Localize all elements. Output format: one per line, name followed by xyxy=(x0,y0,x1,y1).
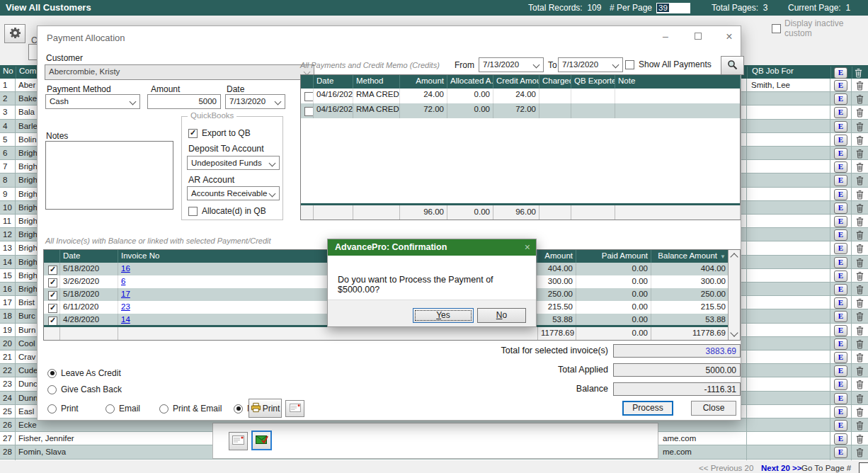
settings-button[interactable] xyxy=(4,24,25,43)
delete-button[interactable] xyxy=(852,215,868,227)
deposit-account-select[interactable]: Undeposited Funds xyxy=(187,156,280,170)
invoice-link[interactable]: 16 xyxy=(121,264,130,273)
delete-button[interactable] xyxy=(852,337,868,350)
delete-button[interactable] xyxy=(852,269,868,282)
edit-button[interactable]: E xyxy=(834,257,847,268)
payments-col-header[interactable]: Allocated A.. xyxy=(447,75,493,89)
edit-button[interactable]: E xyxy=(834,338,847,350)
yes-button[interactable]: Yes xyxy=(413,308,474,323)
delete-button[interactable] xyxy=(852,364,868,377)
print-button[interactable]: Print xyxy=(249,399,282,418)
edit-button[interactable]: E xyxy=(834,406,847,418)
payments-col-header[interactable]: Charged xyxy=(539,75,571,89)
edit-button[interactable]: E xyxy=(834,420,847,431)
scroll-down-icon[interactable] xyxy=(730,329,738,336)
delete-button[interactable] xyxy=(852,296,868,309)
invoice-col-header[interactable] xyxy=(44,250,60,263)
edit-button[interactable]: E xyxy=(834,203,847,214)
print-and-email-radio[interactable]: Print & Email xyxy=(159,404,222,414)
invoice-link[interactable]: 6 xyxy=(121,277,125,285)
edit-button[interactable]: E xyxy=(834,352,847,363)
no-button[interactable]: No xyxy=(477,308,526,323)
delete-button[interactable] xyxy=(852,309,868,322)
edit-button[interactable]: E xyxy=(834,93,847,105)
close-button[interactable]: Close xyxy=(691,401,736,416)
previous-page-link[interactable]: << Previous 20 xyxy=(699,464,753,472)
delete-button[interactable] xyxy=(852,147,868,159)
per-page-input[interactable]: 39 xyxy=(656,3,690,13)
invoice-link[interactable]: 14 xyxy=(121,315,130,324)
invoice-scrollbar[interactable] xyxy=(728,250,740,340)
row-checkbox[interactable] xyxy=(48,291,57,300)
amount-input[interactable]: 5000 xyxy=(147,94,221,109)
print-radio[interactable]: Print xyxy=(47,404,79,414)
row-checkbox[interactable] xyxy=(304,107,314,116)
give-cash-back-radio[interactable]: Give Cash Back xyxy=(47,384,122,394)
delete-button[interactable] xyxy=(852,79,868,91)
edit-button[interactable]: E xyxy=(834,148,847,159)
delete-button[interactable] xyxy=(852,351,868,363)
edit-button[interactable]: E xyxy=(834,135,847,146)
export-to-qb-checkbox[interactable]: Export to QB xyxy=(188,128,251,138)
delete-button[interactable] xyxy=(852,160,868,173)
payments-col-header[interactable]: Note xyxy=(615,75,741,89)
invoice-col-header[interactable]: Paid Amount xyxy=(576,250,651,263)
edit-button[interactable]: E xyxy=(834,107,847,118)
payments-col-header[interactable]: Date xyxy=(314,75,353,89)
minimize-icon[interactable]: – xyxy=(658,30,673,43)
delete-button[interactable] xyxy=(852,106,868,118)
edit-button[interactable]: E xyxy=(834,270,847,282)
display-inactive-checkbox[interactable]: Display inactive custom xyxy=(772,18,868,38)
edit-button[interactable]: E xyxy=(834,433,847,445)
notes-textarea[interactable] xyxy=(45,141,173,210)
email-radio[interactable]: Email xyxy=(105,404,140,414)
delete-button[interactable] xyxy=(852,377,868,390)
invoice-link[interactable]: 23 xyxy=(121,302,130,311)
delete-button[interactable] xyxy=(852,392,868,404)
leave-as-credit-radio[interactable]: Leave As Credit xyxy=(47,368,121,378)
edit-button[interactable]: E xyxy=(834,297,847,309)
customer-select[interactable]: Abercrombie, Kristy xyxy=(45,64,314,80)
edit-button[interactable]: E xyxy=(834,216,847,227)
edit-button[interactable]: E xyxy=(834,284,847,295)
payment-method-select[interactable]: Cash xyxy=(45,94,140,109)
close-icon[interactable]: × xyxy=(721,30,737,43)
edit-button[interactable]: E xyxy=(834,189,847,200)
payment-date-select[interactable]: 7/13/2020 xyxy=(225,94,285,109)
delete-button[interactable] xyxy=(852,92,868,105)
edit-button[interactable]: E xyxy=(834,447,847,458)
row-checkbox[interactable] xyxy=(48,304,57,313)
payments-col-header[interactable]: Credit Amount xyxy=(493,75,539,89)
close-icon[interactable]: × xyxy=(525,241,530,253)
delete-button[interactable] xyxy=(852,432,868,445)
delete-button[interactable] xyxy=(852,445,868,458)
invoice-col-header[interactable]: Amount xyxy=(538,250,576,263)
email-confirm-button[interactable] xyxy=(251,431,272,450)
delete-button[interactable] xyxy=(852,188,868,200)
payments-col-header[interactable]: Method xyxy=(353,75,400,89)
next-page-link[interactable]: Next 20 >> xyxy=(761,464,802,472)
delete-button[interactable] xyxy=(852,120,868,132)
email-receipt-button[interactable] xyxy=(285,400,304,417)
edit-button[interactable]: E xyxy=(834,379,847,390)
goto-page-input[interactable] xyxy=(859,462,868,473)
invoice-col-header[interactable]: Balance Amount▼ xyxy=(651,250,729,263)
edit-button[interactable]: E xyxy=(834,161,847,173)
edit-button[interactable]: E xyxy=(834,121,847,132)
maximize-icon[interactable] xyxy=(690,30,706,43)
edit-button[interactable]: E xyxy=(834,229,847,241)
to-date-select[interactable]: 7/13/2020 xyxy=(558,57,623,72)
delete-button[interactable] xyxy=(852,173,868,186)
email-button[interactable] xyxy=(229,432,248,450)
edit-button[interactable]: E xyxy=(834,393,847,404)
delete-button[interactable] xyxy=(852,133,868,146)
delete-button[interactable] xyxy=(852,283,868,295)
edit-button[interactable]: E xyxy=(834,175,847,186)
edit-button[interactable]: E xyxy=(834,365,847,377)
delete-button[interactable] xyxy=(852,228,868,241)
invoice-col-header[interactable]: Date xyxy=(60,250,118,263)
search-payments-button[interactable] xyxy=(721,56,744,75)
scroll-up-icon[interactable] xyxy=(730,253,738,261)
delete-button[interactable] xyxy=(852,405,868,418)
edit-button[interactable]: E xyxy=(834,325,847,336)
